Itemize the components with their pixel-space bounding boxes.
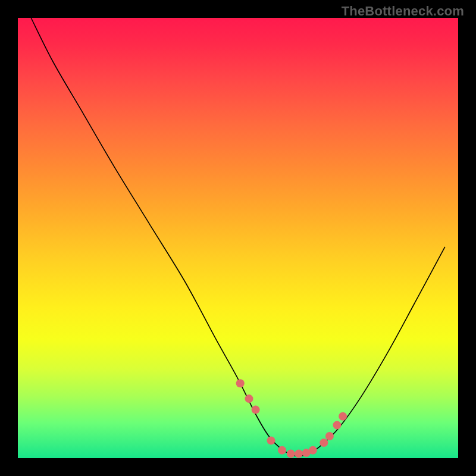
chart-plot-area <box>18 18 458 458</box>
highlighted-point <box>295 450 303 458</box>
highlighted-point <box>252 406 260 414</box>
highlighted-point <box>333 421 342 430</box>
highlighted-point <box>325 432 334 440</box>
highlighted-point <box>309 446 317 455</box>
highlighted-point <box>236 379 245 387</box>
highlighted-point <box>278 446 286 455</box>
highlighted-point <box>287 450 295 458</box>
highlighted-point <box>267 436 275 444</box>
bottleneck-chart <box>18 18 458 458</box>
highlighted-points-group <box>236 379 347 458</box>
highlighted-point <box>339 412 347 421</box>
bottleneck-curve-line <box>31 18 445 456</box>
attribution-label: TheBottleneck.com <box>342 4 464 19</box>
highlighted-point <box>245 394 253 403</box>
highlighted-point <box>320 439 328 447</box>
